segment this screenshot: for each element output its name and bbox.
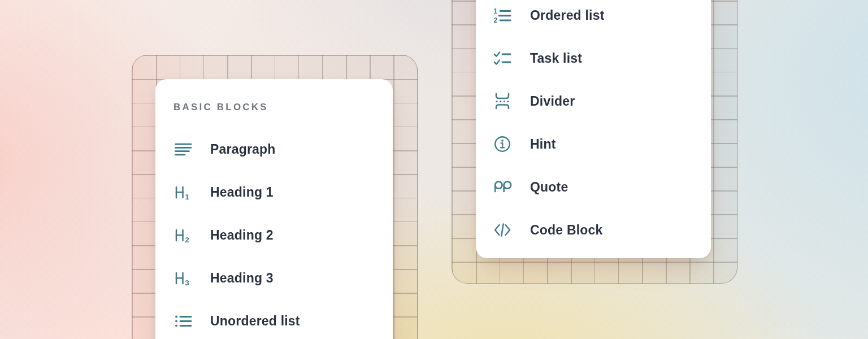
menu-item-task-list[interactable]: Task list (493, 37, 694, 80)
menu-item-label: Ordered list (530, 8, 605, 23)
menu-item-paragraph[interactable]: Paragraph (173, 128, 375, 171)
menu-item-label: Heading 1 (210, 185, 274, 200)
paragraph-icon (173, 140, 193, 159)
heading-2-icon: 2 (173, 225, 193, 245)
menu-item-quote[interactable]: Quote (493, 166, 694, 208)
divider-icon (493, 92, 512, 111)
code-block-icon (493, 220, 512, 240)
menu-item-label: Divider (530, 94, 575, 109)
menu-item-ordered-list[interactable]: 1 2 Ordered list (493, 0, 694, 37)
menu-item-heading-3[interactable]: 3 Heading 3 (173, 257, 375, 299)
menu-item-label: Code Block (530, 223, 603, 238)
menu-item-label: Heading 3 (210, 271, 274, 286)
svg-text:1: 1 (185, 193, 189, 201)
menu-item-label: Paragraph (210, 142, 276, 157)
menu-item-divider[interactable]: Divider (493, 80, 694, 123)
menu-item-label: Task list (530, 51, 582, 66)
unordered-list-icon (173, 311, 193, 331)
menu-item-hint[interactable]: Hint (493, 123, 694, 166)
svg-text:3: 3 (185, 279, 189, 287)
menu-item-heading-2[interactable]: 2 Heading 2 (173, 214, 375, 257)
menu-item-heading-1[interactable]: 1 Heading 1 (173, 171, 375, 214)
menu-item-unordered-list[interactable]: Unordered list (173, 299, 375, 339)
menu-item-label: Quote (530, 180, 568, 195)
svg-text:2: 2 (494, 16, 498, 24)
svg-text:1: 1 (494, 7, 498, 15)
menu-item-label: Unordered list (210, 314, 300, 329)
task-list-icon (493, 49, 512, 68)
heading-1-icon: 1 (173, 182, 193, 202)
blocks-menu-card: 1 2 Ordered list Task list (476, 0, 711, 258)
hint-icon (493, 134, 512, 154)
basic-blocks-menu-card: BASIC BLOCKS Paragraph 1 Heading 1 2 (155, 79, 393, 339)
gradient-background (0, 0, 868, 339)
menu-item-label: Heading 2 (210, 228, 274, 243)
svg-text:2: 2 (185, 236, 189, 244)
quote-icon (493, 177, 512, 197)
ordered-list-icon: 1 2 (493, 6, 512, 25)
section-label: BASIC BLOCKS (173, 102, 375, 113)
menu-item-code-block[interactable]: Code Block (493, 208, 694, 251)
menu-item-label: Hint (530, 137, 556, 152)
heading-3-icon: 3 (173, 268, 193, 288)
